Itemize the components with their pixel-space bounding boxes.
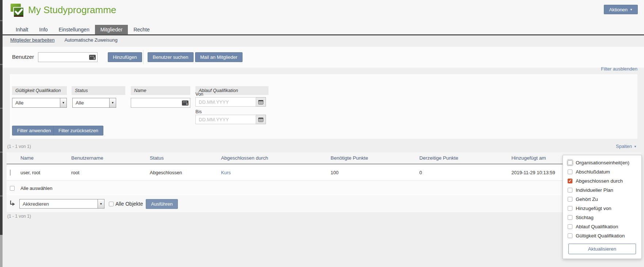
cell-status: Abgeschlossen [150,170,221,175]
header: My Studyprogramme Aktionen ▼ [3,0,644,25]
subnav-automatische-zuweisung[interactable]: Automatische Zuweisung [64,37,117,43]
menu-item-hinzugefuegt-von[interactable]: Hinzugefügt von [563,204,641,213]
tab-info[interactable]: Info [34,25,53,34]
row-checkbox-cell [7,170,20,175]
benutzer-input[interactable] [38,53,97,62]
divider [143,50,144,64]
add-user-button[interactable]: Hinzufügen [108,52,142,62]
reset-filter-button[interactable]: Filter zurücksetzen [53,126,103,136]
menu-checkbox[interactable] [568,169,572,174]
bulk-action-select[interactable]: Akkredieren ▼ [19,199,104,209]
tab-einstellungen[interactable]: Einstellungen [53,25,95,34]
result-count-bottom: (1 - 1 von 1) [7,214,31,219]
page-title: My Studyprogramme [28,4,116,16]
columns-link-label: Spalten [616,144,632,149]
calendar-button[interactable] [256,115,266,124]
select-all-label: Alle auswählen [20,186,52,191]
menu-checkbox[interactable] [568,233,572,238]
menu-checkbox[interactable] [568,188,572,192]
col-header-status[interactable]: Status [150,155,221,161]
menu-item-label: Gehört Zu [576,197,598,202]
status-select[interactable]: Alle ▼ [72,98,116,108]
filter-label-status: Status [72,86,125,95]
menu-checkbox[interactable] [568,160,572,165]
tab-mitglieder[interactable]: Mitglieder [95,25,128,34]
autocomplete-icon: 1 [89,55,96,60]
menu-item-gehoert-zu[interactable]: Gehört Zu [563,195,641,204]
menu-item-stichtag[interactable]: Stichtag [563,213,641,222]
filter-label-name: Name [131,86,190,95]
menu-checkbox[interactable] [568,179,572,183]
menu-item-individueller-plan[interactable]: Individueller Plan [563,186,641,195]
execute-button[interactable]: Ausführen [146,199,178,209]
button-label: Benutzer suchen [153,54,188,60]
strip-tick [0,64,3,65]
menu-checkbox[interactable] [568,215,572,220]
menu-checkbox[interactable] [568,206,572,211]
mail-members-button[interactable]: Mail an Mitglieder [195,52,243,62]
menu-item-gueltigkeit-qualifikation[interactable]: Gültigkeit Qualifikation [563,231,641,240]
all-objects-checkbox[interactable] [109,202,114,206]
hide-filter-link[interactable]: Filter ausblenden [601,66,637,72]
result-count-top: (1 - 1 von 1) [7,144,31,149]
members-table: Name Benutzername Status Abgeschlossen d… [7,152,641,212]
button-label: Filter anwenden [17,128,51,133]
search-users-button[interactable]: Benutzer suchen [148,52,194,62]
menu-item-label: Organisationseinheit(en) [576,160,629,165]
col-header-derzeitige-punkte[interactable]: Derzeitige Punkte [419,155,511,161]
date-from-input[interactable] [195,97,256,107]
col-header-abgeschlossen-durch[interactable]: Abgeschlossen durch [221,155,331,161]
select-value: Akkredieren [20,201,98,207]
left-edge-panel[interactable] [0,0,3,267]
subnav-mitglieder-bearbeiten[interactable]: Mitglieder bearbeiten [10,37,54,43]
button-label: Mail an Mitglieder [200,54,237,60]
openolat-members-page: My Studyprogramme Aktionen ▼ Inhalt Info… [0,0,644,267]
calendar-icon [258,117,263,122]
tab-label: Info [39,27,47,33]
select-arrow-icon: ▼ [98,199,104,208]
select-arrow-icon: ▼ [109,98,116,107]
strip-tick [0,108,3,109]
name-filter-input[interactable] [131,98,190,107]
columns-dropdown-menu: Organisationseinheit(en) Abschlußdatum A… [563,155,642,259]
sub-navigation: Mitglieder bearbeiten Automatische Zuwei… [3,35,644,44]
col-header-name[interactable]: Name [20,155,71,161]
menu-item-ablauf-qualifikation[interactable]: Ablauf Qualifikation [563,222,641,231]
strip-tick [0,20,3,21]
select-all-checkbox[interactable] [10,186,15,191]
kurs-link[interactable]: Kurs [221,170,231,175]
columns-dropdown-toggle[interactable]: Spalten ▼ [616,144,637,149]
cell-required-points: 100 [331,170,419,175]
table-row: user, root root Abgeschlossen Kurs 100 0… [7,164,641,181]
menu-item-abschlussdatum[interactable]: Abschlußdatum [563,167,641,176]
strip-scroll-thumb[interactable] [0,235,3,267]
benutzer-label: Benutzer [12,54,34,60]
menu-item-abgeschlossen-durch[interactable]: Abgeschlossen durch [563,176,641,186]
tab-inhalt[interactable]: Inhalt [10,25,34,34]
tab-rechte[interactable]: Rechte [128,25,155,34]
validity-select[interactable]: Alle ▼ [12,98,67,108]
select-value: Alle [73,100,109,106]
menu-checkbox[interactable] [568,224,572,229]
calendar-button[interactable] [256,97,266,107]
course-logo-icon [10,3,26,21]
date-to-input[interactable] [195,115,256,124]
actions-button[interactable]: Aktionen ▼ [604,5,638,14]
apply-filter-button[interactable]: Filter anwenden [12,126,56,136]
col-header-benutzername[interactable]: Benutzername [71,155,150,161]
col-header-benoetigte-punkte[interactable]: Benötigte Punkte [331,155,419,161]
button-label: Hinzufügen [113,54,137,60]
filter-panel: Gültigkeit Qualifikation Status Name Abl… [10,74,637,139]
chevron-down-icon: ▼ [630,8,633,11]
date-from-group [195,97,266,107]
update-columns-button[interactable]: Aktualisieren [568,244,636,254]
cell-current-points: 0 [419,170,511,175]
row-checkbox[interactable] [10,169,11,176]
menu-checkbox[interactable] [568,197,572,202]
bulk-action-arrow-icon [9,200,15,207]
menu-item-label: Stichtag [576,215,594,220]
menu-item-organisationseinheit[interactable]: Organisationseinheit(en) [563,158,641,167]
date-to-group [195,115,266,124]
all-objects-label: Alle Objekte [115,201,143,207]
autocomplete-icon: 1 [182,100,188,106]
